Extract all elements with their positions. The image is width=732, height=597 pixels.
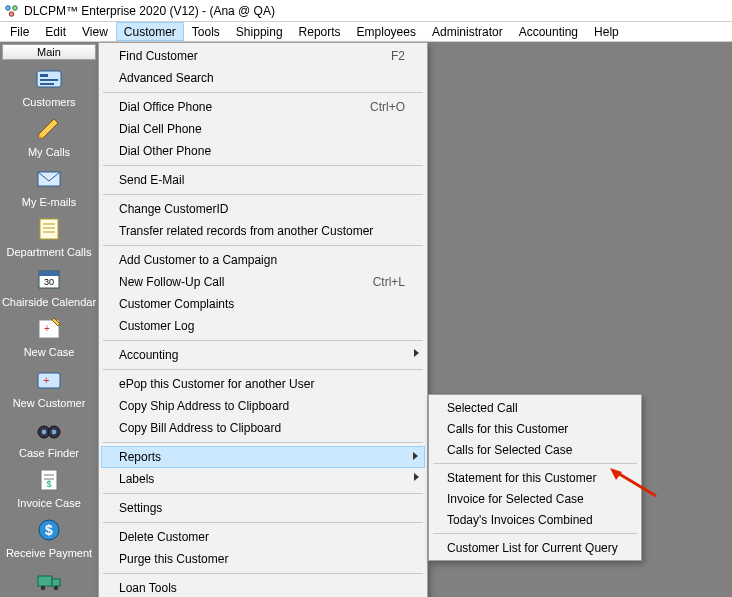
menu-new-followup[interactable]: New Follow-Up CallCtrl+L: [101, 271, 425, 293]
sidebar-item-label: Case Finder: [19, 447, 79, 459]
svg-point-35: [54, 586, 59, 591]
menu-customer[interactable]: Customer: [116, 22, 184, 41]
menu-reports[interactable]: Reports: [291, 22, 349, 41]
customer-menu-dropdown: Find CustomerF2 Advanced Search Dial Off…: [98, 42, 428, 597]
svg-rect-15: [39, 271, 59, 276]
menu-settings[interactable]: Settings: [101, 497, 425, 519]
menu-copy-ship[interactable]: Copy Ship Address to Clipboard: [101, 395, 425, 417]
menu-delete-customer[interactable]: Delete Customer: [101, 526, 425, 548]
sidebar-item-newcustomer[interactable]: + New Customer: [1, 361, 97, 411]
menu-accounting[interactable]: Accounting: [101, 344, 425, 366]
sidebar-item-receivepayment[interactable]: $ Receive Payment: [1, 511, 97, 561]
shipping-icon: [33, 565, 65, 595]
sidebar-item-invoicecase[interactable]: $ Invoice Case: [1, 461, 97, 511]
menu-customer-log[interactable]: Customer Log: [101, 315, 425, 337]
sidebar-item-myemails[interactable]: My E-mails: [1, 160, 97, 210]
chevron-right-icon: [413, 452, 418, 460]
menu-separator: [433, 533, 637, 534]
sidebar-item-newcase[interactable]: + New Case: [1, 310, 97, 360]
newcase-icon: +: [33, 314, 65, 344]
menu-add-campaign[interactable]: Add Customer to a Campaign: [101, 249, 425, 271]
sidebar-item-shippingmanager[interactable]: Shipping Manager: [1, 561, 97, 597]
menu-edit[interactable]: Edit: [37, 22, 74, 41]
menu-help[interactable]: Help: [586, 22, 627, 41]
svg-text:+: +: [44, 323, 50, 334]
menu-copy-bill[interactable]: Copy Bill Address to Clipboard: [101, 417, 425, 439]
sidebar-item-label: New Case: [24, 346, 75, 358]
menu-separator: [103, 92, 423, 93]
titlebar: DLCPM™ Enterprise 2020 (V12) - (Ana @ QA…: [0, 0, 732, 22]
menu-separator: [103, 522, 423, 523]
submenu-statement-customer[interactable]: Statement for this Customer: [431, 467, 639, 488]
menu-administrator[interactable]: Administrator: [424, 22, 511, 41]
sidebar-item-calendar[interactable]: 30 Chairside Calendar: [1, 260, 97, 310]
menubar: File Edit View Customer Tools Shipping R…: [0, 22, 732, 42]
menu-transfer-records[interactable]: Transfer related records from another Cu…: [101, 220, 425, 242]
submenu-customer-list[interactable]: Customer List for Current Query: [431, 537, 639, 558]
sidebar: Main Customers My Calls My E-mails Depar: [0, 42, 98, 597]
menu-customer-complaints[interactable]: Customer Complaints: [101, 293, 425, 315]
menu-advanced-search[interactable]: Advanced Search: [101, 67, 425, 89]
menu-separator: [103, 194, 423, 195]
menu-tools[interactable]: Tools: [184, 22, 228, 41]
menu-reports[interactable]: Reports: [101, 446, 425, 468]
submenu-calls-customer[interactable]: Calls for this Customer: [431, 418, 639, 439]
sidebar-item-label: Receive Payment: [6, 547, 92, 559]
sidebar-item-label: New Customer: [13, 397, 86, 409]
menu-send-email[interactable]: Send E-Mail: [101, 169, 425, 191]
menu-epop[interactable]: ePop this Customer for another User: [101, 373, 425, 395]
submenu-today-invoices[interactable]: Today's Invoices Combined: [431, 509, 639, 530]
svg-point-25: [52, 429, 57, 434]
sidebar-item-label: Customers: [22, 96, 75, 108]
chevron-right-icon: [414, 473, 419, 481]
binoculars-icon: [33, 415, 65, 445]
menu-separator: [103, 369, 423, 370]
menu-loan-tools[interactable]: Loan Tools: [101, 577, 425, 597]
submenu-calls-case[interactable]: Calls for Selected Case: [431, 439, 639, 460]
svg-point-0: [6, 5, 11, 10]
svg-text:+: +: [43, 374, 49, 386]
svg-rect-5: [40, 79, 58, 81]
svg-rect-32: [38, 576, 52, 586]
notepad-icon: [33, 214, 65, 244]
sidebar-item-label: My Calls: [28, 146, 70, 158]
menu-dial-other[interactable]: Dial Other Phone: [101, 140, 425, 162]
submenu-invoice-case[interactable]: Invoice for Selected Case: [431, 488, 639, 509]
menu-separator: [103, 442, 423, 443]
svg-text:30: 30: [44, 277, 54, 287]
svg-rect-4: [40, 74, 48, 77]
chevron-right-icon: [414, 349, 419, 357]
window-title: DLCPM™ Enterprise 2020 (V12) - (Ana @ QA…: [24, 4, 275, 18]
menu-change-customerid[interactable]: Change CustomerID: [101, 198, 425, 220]
menu-dial-cell[interactable]: Dial Cell Phone: [101, 118, 425, 140]
menu-file[interactable]: File: [2, 22, 37, 41]
menu-shipping[interactable]: Shipping: [228, 22, 291, 41]
menu-labels[interactable]: Labels: [101, 468, 425, 490]
menu-separator: [433, 463, 637, 464]
calendar-icon: 30: [33, 264, 65, 294]
sidebar-tab-main[interactable]: Main: [2, 44, 96, 60]
sidebar-item-label: My E-mails: [22, 196, 76, 208]
menu-purge-customer[interactable]: Purge this Customer: [101, 548, 425, 570]
customers-icon: [33, 64, 65, 94]
sidebar-item-deptcalls[interactable]: Department Calls: [1, 210, 97, 260]
svg-rect-6: [40, 83, 54, 85]
sidebar-item-label: Invoice Case: [17, 497, 81, 509]
sidebar-item-casefinder[interactable]: Case Finder: [1, 411, 97, 461]
sidebar-item-mycalls[interactable]: My Calls: [1, 110, 97, 160]
sidebar-item-label: Department Calls: [7, 246, 92, 258]
menu-separator: [103, 573, 423, 574]
submenu-selected-call[interactable]: Selected Call: [431, 397, 639, 418]
envelope-icon: [33, 164, 65, 194]
svg-rect-33: [52, 579, 60, 586]
menu-dial-office[interactable]: Dial Office PhoneCtrl+O: [101, 96, 425, 118]
newcustomer-icon: +: [33, 365, 65, 395]
svg-point-1: [13, 5, 18, 10]
menu-employees[interactable]: Employees: [349, 22, 424, 41]
menu-view[interactable]: View: [74, 22, 116, 41]
sidebar-item-customers[interactable]: Customers: [1, 60, 97, 110]
menu-accounting[interactable]: Accounting: [511, 22, 586, 41]
menu-find-customer[interactable]: Find CustomerF2: [101, 45, 425, 67]
menu-separator: [103, 165, 423, 166]
svg-point-2: [9, 11, 14, 16]
